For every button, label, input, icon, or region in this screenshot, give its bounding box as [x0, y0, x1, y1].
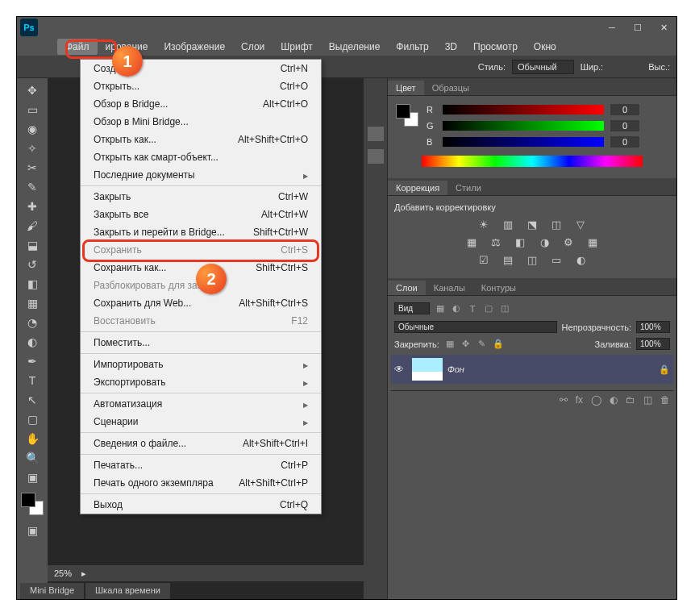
wand-tool[interactable]: ✧ [20, 139, 44, 157]
menu-item[interactable]: Обзор в Mini Bridge... [81, 113, 321, 131]
menu-слои[interactable]: Слои [233, 39, 273, 55]
history-tool[interactable]: ↺ [20, 256, 44, 273]
properties-panel-icon[interactable] [368, 149, 384, 164]
lookup-icon[interactable]: ▦ [585, 236, 600, 249]
timeline-tab[interactable]: Шкала времени [85, 583, 170, 599]
menu-item[interactable]: Печатать...Ctrl+P [81, 456, 321, 474]
tab-correction[interactable]: Коррекция [388, 181, 447, 195]
layer-thumbnail[interactable] [412, 358, 443, 381]
mixer-icon[interactable]: ⚙ [561, 236, 576, 249]
menu-item[interactable]: Открыть как...Alt+Shift+Ctrl+O [81, 131, 321, 148]
hue-icon[interactable]: ▦ [464, 236, 479, 249]
menu-фильтр[interactable]: Фильтр [388, 39, 436, 55]
heal-tool[interactable]: ✚ [20, 198, 44, 215]
screen-mode[interactable]: ▣ [20, 468, 44, 486]
brightness-icon[interactable]: ☀ [477, 219, 491, 231]
blur-tool[interactable]: ◔ [20, 314, 44, 331]
blend-select[interactable]: Обычные [394, 321, 557, 333]
fill-value[interactable]: 100% [636, 338, 670, 350]
menu-item[interactable]: Сценарии [81, 413, 321, 431]
menu-item[interactable]: Импортировать [81, 356, 321, 373]
exposure-icon[interactable]: ◫ [549, 219, 564, 231]
tab-styles[interactable]: Стили [447, 181, 489, 195]
lasso-tool[interactable]: ◉ [20, 120, 44, 138]
kind-select[interactable]: Вид [394, 302, 430, 314]
b-slider[interactable] [443, 137, 604, 147]
menu-item[interactable]: Экспортировать [81, 373, 321, 391]
maximize-button[interactable]: ☐ [628, 20, 647, 35]
eyedropper-tool[interactable]: ✎ [20, 178, 44, 196]
menu-просмотр[interactable]: Просмотр [465, 39, 526, 55]
layer-row[interactable]: 👁 Фон 🔒 [391, 355, 673, 384]
tab-swatches[interactable]: Образцы [424, 81, 477, 95]
lock-position-icon[interactable]: ✥ [460, 339, 472, 349]
r-slider[interactable] [443, 105, 604, 114]
tab-paths[interactable]: Контуры [473, 281, 524, 295]
link-icon[interactable]: ⚯ [560, 394, 568, 406]
thresh-icon[interactable]: ◫ [525, 254, 539, 267]
gradmap-icon[interactable]: ▭ [549, 254, 564, 267]
doc-info-icon[interactable]: ▸ [81, 568, 86, 579]
filter-shape-icon[interactable]: ▢ [483, 303, 494, 314]
close-button[interactable]: ✕ [654, 20, 673, 35]
menu-item[interactable]: Печать одного экземпляраAlt+Shift+Ctrl+P [81, 474, 321, 492]
b-value[interactable]: 0 [610, 136, 639, 148]
history-panel-icon[interactable] [368, 127, 384, 141]
gradient-tool[interactable]: ▦ [20, 294, 44, 312]
zoom-tool[interactable]: 🔍 [20, 449, 44, 467]
balance-icon[interactable]: ⚖ [489, 236, 503, 249]
filter-type-icon[interactable]: T [467, 304, 478, 314]
screen-toggle[interactable]: ▣ [20, 522, 44, 539]
mask-icon[interactable]: ◯ [591, 394, 601, 406]
eraser-tool[interactable]: ◧ [20, 275, 44, 293]
filter-adjust-icon[interactable]: ◐ [451, 303, 462, 314]
selcolor-icon[interactable]: ◐ [573, 254, 588, 267]
menu-item[interactable]: ВыходCtrl+Q [81, 496, 321, 514]
menu-item[interactable]: Поместить... [81, 334, 321, 352]
crop-tool[interactable]: ✂ [20, 159, 44, 177]
marquee-tool[interactable]: ▭ [20, 101, 44, 119]
color-swatch[interactable] [21, 493, 44, 515]
hand-tool[interactable]: ✋ [20, 430, 44, 447]
vibrance-icon[interactable]: ▽ [573, 219, 588, 231]
invert-icon[interactable]: ☑ [477, 254, 491, 267]
tab-layers[interactable]: Слои [388, 281, 426, 295]
menu-изображение[interactable]: Изображение [156, 39, 233, 55]
lock-paint-icon[interactable]: ✎ [477, 339, 488, 349]
menu-item[interactable]: Автоматизация [81, 395, 321, 413]
r-value[interactable]: 0 [610, 104, 639, 115]
group-icon[interactable]: 🗀 [626, 394, 635, 406]
menu-item[interactable]: ЗакрытьCtrl+W [81, 188, 321, 206]
g-slider[interactable] [443, 121, 604, 131]
menu-шрифт[interactable]: Шрифт [273, 39, 320, 55]
menu-item[interactable]: Сохранить для Web...Alt+Shift+Ctrl+S [81, 294, 321, 312]
minimize-button[interactable]: ─ [602, 20, 622, 35]
g-value[interactable]: 0 [610, 120, 639, 131]
path-tool[interactable]: ↖ [20, 391, 44, 409]
curves-icon[interactable]: ⬔ [525, 219, 539, 231]
bw-icon[interactable]: ◧ [513, 236, 527, 249]
tab-channels[interactable]: Каналы [426, 281, 473, 295]
menu-item[interactable]: Сведения о файле...Alt+Shift+Ctrl+I [81, 435, 321, 452]
stamp-tool[interactable]: ⬓ [20, 236, 44, 254]
zoom-level[interactable]: 25% [54, 568, 72, 578]
move-tool[interactable]: ✥ [20, 81, 44, 99]
delete-icon[interactable]: 🗑 [660, 394, 670, 406]
menu-item[interactable]: Последние документы [81, 166, 321, 184]
menu-item[interactable]: Открыть как смарт-объект... [81, 148, 321, 166]
menu-item[interactable]: Закрыть и перейти в Bridge...Shift+Ctrl+… [81, 223, 321, 241]
adjustment-icon[interactable]: ◐ [610, 394, 618, 406]
fx-icon[interactable]: fx [576, 394, 583, 406]
tab-color[interactable]: Цвет [388, 81, 424, 95]
minibridge-tab[interactable]: Mini Bridge [20, 583, 84, 599]
lock-pixels-icon[interactable]: ▦ [444, 339, 456, 349]
type-tool[interactable]: T [20, 372, 44, 389]
menu-item[interactable]: Обзор в Bridge...Alt+Ctrl+O [81, 95, 321, 113]
panel-color-swatch[interactable] [396, 104, 418, 127]
lock-all-icon[interactable]: 🔒 [493, 339, 504, 349]
hue-strip[interactable] [422, 156, 643, 167]
menu-item[interactable]: Открыть...Ctrl+O [81, 77, 321, 95]
menu-3d[interactable]: 3D [437, 39, 465, 55]
menu-выделение[interactable]: Выделение [321, 39, 389, 55]
dodge-tool[interactable]: ◐ [20, 333, 44, 351]
